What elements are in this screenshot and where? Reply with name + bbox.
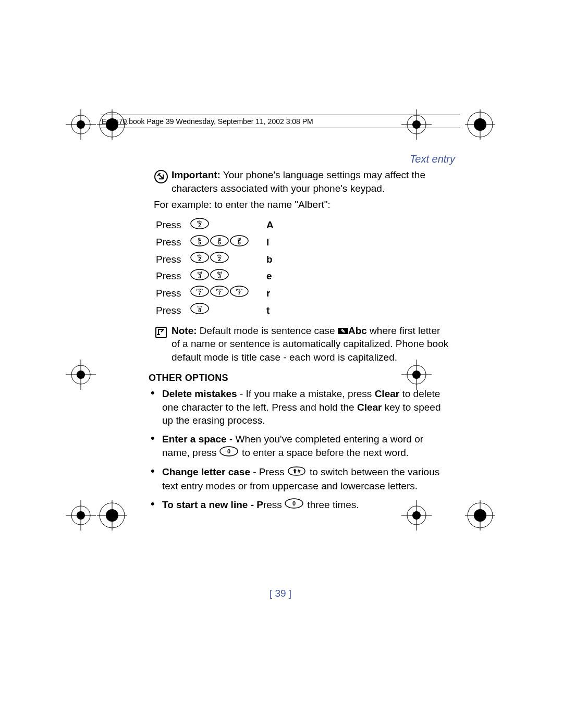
key-sequence: jkl5jkl5jkl5 xyxy=(188,234,260,251)
note-label: Note: xyxy=(172,325,197,336)
svg-text:5: 5 xyxy=(198,240,201,245)
svg-text:2: 2 xyxy=(198,256,201,262)
key-sequence: def3def3 xyxy=(188,268,260,285)
key-2-icon: abc2 xyxy=(190,252,209,267)
note-icon xyxy=(154,324,172,364)
svg-text:5: 5 xyxy=(218,240,221,245)
press-label: Press xyxy=(154,234,188,251)
result-letter: r xyxy=(260,285,276,302)
clear-key-label: Clear xyxy=(375,388,400,399)
result-letter: l xyxy=(260,234,276,251)
press-label: Press xyxy=(154,217,188,234)
table-row: Presspqrs7pqrs7pqrs7r xyxy=(154,285,276,302)
option-text: three times. xyxy=(304,499,359,510)
table-row: Pressjkl5jkl5jkl5l xyxy=(154,234,276,251)
other-options-heading: OTHER OPTIONS xyxy=(149,372,450,384)
svg-text:✎: ✎ xyxy=(341,328,345,334)
clear-key-label: Clear xyxy=(357,402,382,413)
table-row: Pressabc2A xyxy=(154,217,276,234)
section-title: Text entry xyxy=(101,153,455,165)
press-label: Press xyxy=(154,285,188,302)
svg-text:0: 0 xyxy=(227,448,230,454)
result-letter: e xyxy=(260,268,276,285)
option-lead: Delete mistakes xyxy=(162,388,237,399)
table-row: Pressdef3def3e xyxy=(154,268,276,285)
crop-mark-icon xyxy=(465,109,496,141)
option-text: to enter a space before the next word. xyxy=(239,447,409,458)
key-sequence: tuv8 xyxy=(188,302,260,319)
key-7-icon: pqrs7 xyxy=(190,286,209,301)
list-item: To start a new line - Press 0 three time… xyxy=(149,498,450,512)
page-content: En3570.book Page 39 Wednesday, September… xyxy=(101,115,460,615)
crop-mark-icon xyxy=(66,500,97,532)
options-list: Delete mistakes - If you make a mistake,… xyxy=(149,387,450,512)
key-3-icon: def3 xyxy=(210,269,229,284)
svg-text:7: 7 xyxy=(198,290,201,296)
press-label: Press xyxy=(154,251,188,268)
crop-mark-icon xyxy=(66,360,97,391)
press-label: Press xyxy=(154,302,188,319)
key-3-icon: def3 xyxy=(190,269,209,284)
key-sequence: abc2 xyxy=(188,217,260,234)
key-5-icon: jkl5 xyxy=(210,235,229,250)
key-5-icon: jkl5 xyxy=(230,235,249,250)
option-lead: Change letter case xyxy=(162,466,250,477)
option-text: - If you make a mistake, press xyxy=(237,388,375,399)
important-note: Important: Your phone's language setting… xyxy=(154,168,450,195)
svg-text:2: 2 xyxy=(218,256,221,262)
svg-text:3: 3 xyxy=(198,274,201,279)
key-sequence: abc2abc2 xyxy=(188,251,260,268)
key-7-icon: pqrs7 xyxy=(210,286,229,301)
key-sequence: pqrs7pqrs7pqrs7 xyxy=(188,285,260,302)
key-2-icon: abc2 xyxy=(190,218,209,233)
option-lead: To start a new line - P xyxy=(162,499,263,510)
list-item: Enter a space - When you've completed en… xyxy=(149,433,450,460)
list-item: Change letter case - Press ⬆# to switch … xyxy=(149,465,450,493)
key-7-icon: pqrs7 xyxy=(230,286,249,301)
key-0-icon: 0 xyxy=(285,498,303,512)
svg-text:7: 7 xyxy=(218,290,221,296)
example-intro: For example: to enter the name "Albert": xyxy=(154,198,450,212)
note-block: Note: Default mode is sentence case ✎Abc… xyxy=(154,324,450,364)
key-press-table: Pressabc2APressjkl5jkl5jkl5lPressabc2abc… xyxy=(154,217,276,319)
table-row: Presstuv8t xyxy=(154,302,276,319)
mode-label: Abc xyxy=(348,325,367,336)
important-label: Important: xyxy=(172,169,221,180)
crop-mark-icon xyxy=(66,109,97,141)
option-lead: Enter a space xyxy=(162,434,227,445)
svg-text:7: 7 xyxy=(238,290,241,296)
important-icon xyxy=(154,168,172,195)
svg-text:5: 5 xyxy=(238,240,241,245)
list-item: Delete mistakes - If you make a mistake,… xyxy=(149,387,450,427)
page-header: En3570.book Page 39 Wednesday, September… xyxy=(101,116,460,128)
key-hash-icon: ⬆# xyxy=(287,466,306,480)
key-2-icon: abc2 xyxy=(210,252,229,267)
mode-indicator-icon: ✎ xyxy=(338,325,348,336)
svg-text:8: 8 xyxy=(198,307,201,313)
option-text: - Press xyxy=(250,466,287,477)
crop-mark-icon xyxy=(465,500,496,532)
result-letter: t xyxy=(260,302,276,319)
table-row: Pressabc2abc2b xyxy=(154,251,276,268)
result-letter: b xyxy=(260,251,276,268)
svg-text:3: 3 xyxy=(218,274,221,279)
press-label: Press xyxy=(154,268,188,285)
key-8-icon: tuv8 xyxy=(190,303,209,318)
key-0-icon: 0 xyxy=(219,446,238,460)
svg-text:⬆#: ⬆# xyxy=(292,468,300,474)
note-pre: Default mode is sentence case xyxy=(197,325,338,336)
key-5-icon: jkl5 xyxy=(190,235,209,250)
result-letter: A xyxy=(260,217,276,234)
svg-text:0: 0 xyxy=(292,500,296,507)
option-text: ress xyxy=(263,499,285,510)
page-number: [ 39 ] xyxy=(101,588,460,599)
svg-text:2: 2 xyxy=(198,223,201,228)
